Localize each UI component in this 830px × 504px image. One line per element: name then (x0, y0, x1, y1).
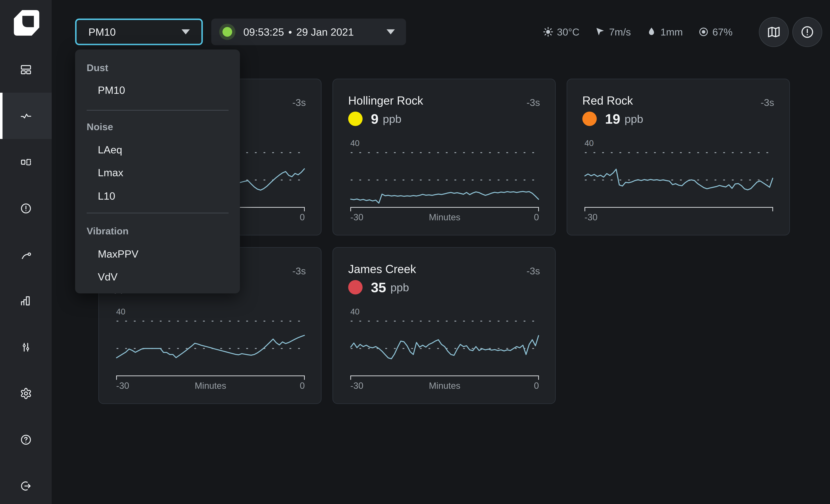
sidebar-item-reports[interactable] (0, 278, 52, 324)
time-value: 09:53:25 (243, 26, 284, 38)
alert-circle-icon (20, 202, 32, 214)
menu-item-maxppv[interactable]: MaxPPV (98, 248, 228, 260)
datetime-separator: • (288, 26, 292, 38)
layout-dashboard-icon (20, 64, 32, 76)
dashboard-root: { "topbar": { "metric_select": { "value"… (0, 0, 830, 504)
weather-readouts: 30°C7m/s1mm67% (543, 19, 733, 45)
x-axis-title: Minutes (116, 380, 305, 391)
status-dot (582, 111, 597, 126)
x-axis-title: Minutes (350, 380, 539, 391)
weather-item-0: 30°C (543, 26, 579, 38)
sidebar-item-boards[interactable] (0, 139, 52, 185)
metric-select[interactable]: PM10 (75, 19, 203, 45)
menu-item-pm10[interactable]: PM10 (98, 85, 228, 96)
station-unit: ppb (390, 281, 409, 294)
x-axis-labels: -30 (584, 212, 773, 223)
sliders-icon (20, 341, 32, 354)
station-unit: ppb (625, 112, 643, 125)
humidity-icon (698, 26, 709, 37)
y-axis-tick-label: 40 (116, 307, 125, 316)
weather-item-1: 7m/s (595, 26, 631, 38)
data-age-badge: -3s (526, 97, 540, 108)
y-axis-tick-label: 40 (350, 307, 359, 316)
sidebar-item-logout[interactable] (0, 463, 52, 504)
sun-icon (543, 26, 554, 37)
weather-item-3: 67% (698, 26, 733, 38)
station-unit: ppb (383, 112, 401, 125)
date-value: 29 Jan 2021 (296, 26, 354, 38)
metric-dropdown-menu: DustPM10NoiseLAeqLmaxL10VibrationMaxPPVV… (75, 49, 240, 293)
menu-divider (87, 213, 229, 213)
menu-section-header: Noise (87, 121, 113, 132)
sidebar-item-dashboard[interactable] (0, 46, 52, 93)
station-name: Hollinger Rock (348, 94, 423, 107)
x-max-label: 0 (534, 380, 539, 391)
activity-icon (20, 110, 32, 122)
weather-item-2: 1mm (646, 26, 683, 38)
map-button[interactable] (759, 17, 789, 47)
station-name: James Creek (348, 263, 416, 276)
x-max-label: 0 (534, 212, 539, 223)
metric-select-value: PM10 (89, 26, 116, 38)
kanban-icon (20, 156, 32, 168)
y-axis-tick-label: 40 (584, 138, 594, 148)
sparkline-chart (350, 147, 539, 214)
weather-value: 67% (712, 26, 733, 38)
x-axis-labels: -30Minutes0 (350, 212, 539, 223)
x-axis-labels: -30Minutes0 (116, 380, 305, 391)
help-icon (20, 434, 32, 446)
station-value: 9 (371, 111, 378, 127)
sparkline-chart (584, 147, 773, 214)
route-icon (20, 248, 32, 261)
y-axis-tick-label: 40 (350, 138, 359, 148)
logout-icon (20, 480, 32, 492)
sidebar-item-live-data[interactable] (0, 93, 52, 139)
sidebar-nav (0, 46, 52, 504)
menu-section-header: Vibration (87, 225, 129, 237)
station-value-row: 35ppb (348, 280, 409, 295)
menu-item-l10[interactable]: L10 (98, 190, 228, 202)
data-age-badge: -3s (526, 265, 540, 276)
gear-icon (20, 388, 32, 400)
data-age-badge: -3s (761, 97, 774, 108)
sidebar-item-help[interactable] (0, 416, 52, 463)
chevron-down-icon (182, 29, 190, 34)
status-dot (348, 111, 362, 126)
bar-chart-icon (20, 295, 32, 307)
x-axis-labels: -30Minutes0 (350, 380, 539, 391)
sidebar-item-thresholds[interactable] (0, 324, 52, 370)
sparkline-chart (350, 316, 539, 383)
menu-item-lmax[interactable]: Lmax (98, 167, 228, 178)
map-icon (767, 25, 781, 39)
station-value-row: 19ppb (582, 111, 643, 126)
wind-icon (595, 26, 606, 37)
sidebar-item-settings[interactable] (0, 370, 52, 416)
menu-divider (87, 110, 229, 110)
station-card-james-creek[interactable]: James Creek-3s35ppb40-30Minutes0 (332, 247, 556, 404)
datetime-picker[interactable]: 09:53:25 • 29 Jan 2021 (211, 19, 406, 45)
x-max-label: 0 (300, 380, 305, 391)
weather-value: 30°C (557, 26, 579, 38)
station-value: 19 (605, 111, 620, 127)
x-max-label: 0 (300, 212, 305, 223)
weather-value: 7m/s (609, 26, 631, 38)
station-name: Red Rock (582, 94, 633, 107)
station-value-row: 9ppb (348, 111, 402, 126)
alerts-button[interactable] (792, 17, 822, 47)
weather-value: 1mm (660, 26, 683, 38)
sidebar (0, 0, 52, 504)
menu-item-vdv[interactable]: VdV (98, 271, 228, 282)
x-axis-title: Minutes (350, 212, 539, 223)
station-card-red-rock[interactable]: Red Rock-3s19ppb40-30 (567, 79, 790, 235)
active-accent-bar (0, 93, 2, 139)
x-min-label: -30 (584, 212, 598, 223)
status-dot (348, 280, 362, 295)
sidebar-item-routes[interactable] (0, 232, 52, 278)
menu-section-header: Dust (87, 62, 108, 73)
sidebar-item-alerts[interactable] (0, 185, 52, 232)
data-age-badge: -3s (292, 97, 306, 108)
droplet-icon (646, 26, 657, 37)
menu-item-laeq[interactable]: LAeq (98, 144, 228, 156)
alert-circle-icon (800, 25, 815, 39)
station-card-hollinger-rock[interactable]: Hollinger Rock-3s9ppb40-30Minutes0 (332, 79, 556, 235)
